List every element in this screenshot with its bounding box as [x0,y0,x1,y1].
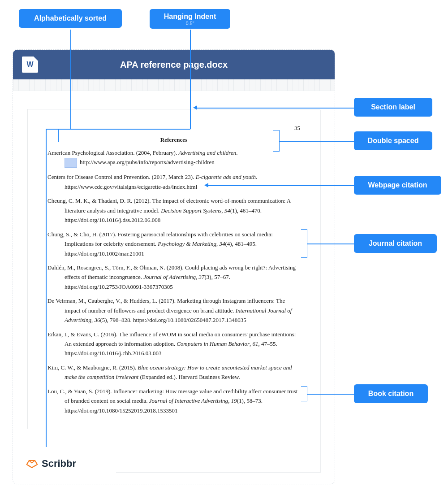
connector-line [307,243,354,244]
callout-book-citation: Book citation [354,384,428,403]
word-icon: W [22,57,38,73]
connector-line [58,129,190,130]
connector-line [197,108,354,109]
reference-entry: De Veirman, M., Cauberghe, V., & Hudders… [47,296,300,325]
connector-line [280,141,354,142]
arrow-icon [193,105,197,110]
bracket [301,386,307,401]
connector-line [58,129,59,142]
callout-section-label: Section label [354,98,432,117]
callout-webpage-citation: Webpage citation [354,176,441,195]
brand-corner: Scribbr [13,443,116,484]
brand-name: Scribbr [42,458,76,470]
reference-entry: Lou, C., & Yuan, S. (2019). Influencer m… [47,387,300,415]
reference-entry: American Psychological Association. (200… [47,148,300,168]
connector-line [70,30,71,129]
connector-line [307,394,354,395]
reference-entry: Centers for Disease Control and Preventi… [47,172,300,191]
reference-entry: Erkan, I., & Evans, C. (2016). The influ… [47,330,300,358]
document-page: 35 References American Psychological Ass… [27,109,320,472]
reference-entry: Cheung, C. M. K., & Thadani, D. R. (2012… [47,196,300,225]
scribbr-icon [26,459,38,469]
callout-hanging-indent-sub: 0.5" [159,21,220,26]
bracket [273,130,280,152]
reference-entry: Dahlén, M., Rosengren, S., Törn, F., & Ö… [47,263,300,291]
callout-double-spaced: Double spaced [354,131,432,150]
document-title: APA reference page.docx [38,60,335,70]
document-window: W APA reference page.docx 35 References … [13,49,335,484]
arrow-icon [204,183,208,187]
section-title: References [47,136,300,143]
callout-alphabetical: Alphabetically sorted [19,9,122,28]
connector-line [190,30,191,129]
connector-line [208,185,354,186]
document-titlebar: W APA reference page.docx [13,50,335,79]
bracket [301,229,307,258]
callout-hanging-indent-label: Hanging Indent [164,13,216,20]
scribbr-logo: Scribbr [26,458,76,470]
reference-entry: Chung, S., & Cho, H. (2017). Fostering p… [47,230,300,258]
connector-line [46,129,47,447]
document-ruler [13,79,335,91]
reference-entry: Kim, C. W., & Mauborgne, R. (2015). Blue… [47,363,300,382]
callout-journal-citation: Journal citation [354,234,437,253]
page-number: 35 [47,125,300,132]
indent-highlight [65,158,77,168]
callout-hanging-indent: Hanging Indent 0.5" [150,9,230,29]
